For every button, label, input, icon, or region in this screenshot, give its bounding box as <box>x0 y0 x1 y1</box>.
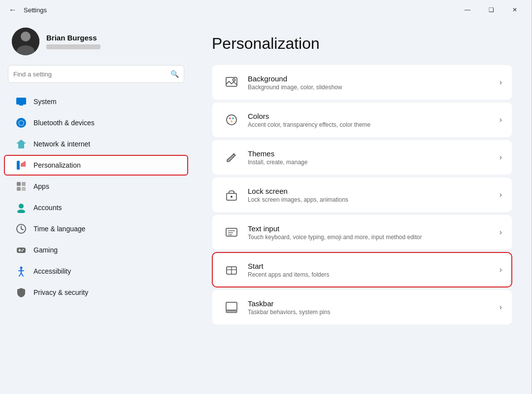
card-taskbar[interactable]: Taskbar Taskbar behaviors, system pins › <box>212 289 512 325</box>
card-lockscreen[interactable]: Lock screen Lock screen images, apps, an… <box>212 177 512 213</box>
sidebar-item-system[interactable]: System <box>4 91 188 112</box>
sidebar-item-gaming[interactable]: Gaming <box>4 240 188 260</box>
svg-rect-28 <box>226 77 237 86</box>
user-section: Brian Burgess <box>0 20 192 63</box>
card-text-taskbar: Taskbar Taskbar behaviors, system pins <box>248 299 495 316</box>
avatar <box>12 28 39 55</box>
sidebar-item-bluetooth[interactable]: ⬠ Bluetooth & devices <box>4 112 188 133</box>
minimize-button[interactable]: — <box>456 2 479 18</box>
lockscreen-icon <box>222 185 241 204</box>
user-info: Brian Burgess <box>46 34 100 49</box>
back-button[interactable]: ← <box>6 3 20 17</box>
svg-point-21 <box>23 249 24 250</box>
maximize-button[interactable]: ❑ <box>480 2 502 18</box>
card-title-background: Background <box>248 74 495 83</box>
card-text-start: Start Recent apps and items, folders <box>248 262 495 278</box>
svg-point-22 <box>22 251 23 251</box>
svg-marker-7 <box>16 140 26 148</box>
titlebar: ← Settings — ❑ ✕ <box>0 0 532 20</box>
card-text-background: Background Background image, color, slid… <box>248 74 495 91</box>
sidebar: Brian Burgess 🔍 System <box>0 20 192 394</box>
card-background[interactable]: Background Background image, color, slid… <box>212 65 512 100</box>
sidebar-label-bluetooth: Bluetooth & devices <box>33 119 95 127</box>
chevron-themes: › <box>499 153 502 162</box>
svg-point-29 <box>233 79 235 81</box>
sidebar-label-accessibility: Accessibility <box>33 267 71 275</box>
card-text-themes: Themes Install, create, manage <box>248 149 495 166</box>
svg-point-32 <box>232 117 234 119</box>
user-sub-bar <box>46 44 100 49</box>
card-start[interactable]: Start Recent apps and items, folders › <box>212 252 512 287</box>
card-sub-background: Background image, color, slideshow <box>248 84 495 91</box>
card-sub-colors: Accent color, transparency effects, colo… <box>248 121 495 128</box>
textinput-icon <box>222 223 241 242</box>
svg-rect-44 <box>226 302 237 310</box>
window-controls: — ❑ ✕ <box>456 2 526 18</box>
accounts-icon <box>16 202 27 213</box>
svg-point-31 <box>229 117 231 119</box>
page-title: Personalization <box>212 35 512 53</box>
sidebar-label-system: System <box>33 98 57 106</box>
chevron-background: › <box>499 78 502 87</box>
card-sub-taskbar: Taskbar behaviors, system pins <box>248 309 495 316</box>
card-title-themes: Themes <box>248 149 495 158</box>
card-title-textinput: Text input <box>248 224 495 233</box>
svg-text:⬠: ⬠ <box>18 119 24 127</box>
chevron-textinput: › <box>499 228 502 237</box>
nav-list: System ⬠ Bluetooth & devices <box>0 89 192 394</box>
sidebar-item-accounts[interactable]: Accounts <box>4 197 188 218</box>
svg-rect-37 <box>226 228 237 236</box>
close-button[interactable]: ✕ <box>503 2 526 18</box>
svg-rect-11 <box>17 187 21 191</box>
network-icon <box>16 139 27 149</box>
svg-point-30 <box>227 115 236 125</box>
accessibility-icon <box>16 266 27 277</box>
time-icon <box>16 223 27 234</box>
sidebar-item-time[interactable]: Time & language <box>4 218 188 239</box>
svg-rect-8 <box>17 161 20 170</box>
card-title-lockscreen: Lock screen <box>248 187 495 195</box>
card-text-textinput: Text input Touch keyboard, voice typing,… <box>248 224 495 241</box>
sidebar-label-accounts: Accounts <box>33 204 62 212</box>
svg-rect-12 <box>22 187 26 191</box>
card-textinput[interactable]: Text input Touch keyboard, voice typing,… <box>212 215 512 250</box>
card-title-start: Start <box>248 262 495 270</box>
card-colors[interactable]: Colors Accent color, transparency effect… <box>212 102 512 138</box>
taskbar-icon <box>222 298 241 317</box>
sidebar-label-network: Network & internet <box>33 140 90 148</box>
background-icon <box>222 73 241 92</box>
svg-line-27 <box>21 273 23 276</box>
card-themes[interactable]: Themes Install, create, manage › <box>212 140 512 175</box>
sidebar-item-accessibility[interactable]: Accessibility <box>4 261 188 282</box>
chevron-taskbar: › <box>499 303 502 312</box>
search-box[interactable]: 🔍 <box>8 65 184 83</box>
themes-icon <box>222 148 241 167</box>
card-text-lockscreen: Lock screen Lock screen images, apps, an… <box>248 187 495 203</box>
svg-rect-9 <box>17 182 21 186</box>
sidebar-label-gaming: Gaming <box>33 246 58 254</box>
search-input[interactable] <box>13 71 170 78</box>
sidebar-item-privacy[interactable]: Privacy & security <box>4 282 188 303</box>
chevron-colors: › <box>499 115 502 124</box>
svg-line-17 <box>21 229 23 230</box>
card-sub-textinput: Touch keyboard, voice typing, emoji and … <box>248 234 495 241</box>
gaming-icon <box>16 245 27 255</box>
svg-point-14 <box>17 210 25 213</box>
svg-rect-4 <box>19 105 23 106</box>
sidebar-label-privacy: Privacy & security <box>33 288 88 296</box>
sidebar-item-apps[interactable]: Apps <box>4 176 188 197</box>
svg-point-33 <box>231 120 233 122</box>
card-title-taskbar: Taskbar <box>248 299 495 308</box>
content-area: Personalization Background Background im… <box>192 20 532 394</box>
sidebar-item-personalization[interactable]: Personalization <box>4 155 188 176</box>
personalization-icon <box>16 160 27 171</box>
bluetooth-icon: ⬠ <box>16 117 27 128</box>
colors-icon <box>222 110 241 129</box>
app-body: Brian Burgess 🔍 System <box>0 20 532 394</box>
sidebar-item-network[interactable]: Network & internet <box>4 134 188 154</box>
svg-point-36 <box>231 196 233 198</box>
system-icon <box>16 96 27 107</box>
card-sub-themes: Install, create, manage <box>248 159 495 166</box>
chevron-lockscreen: › <box>499 190 502 199</box>
svg-rect-10 <box>22 182 26 186</box>
